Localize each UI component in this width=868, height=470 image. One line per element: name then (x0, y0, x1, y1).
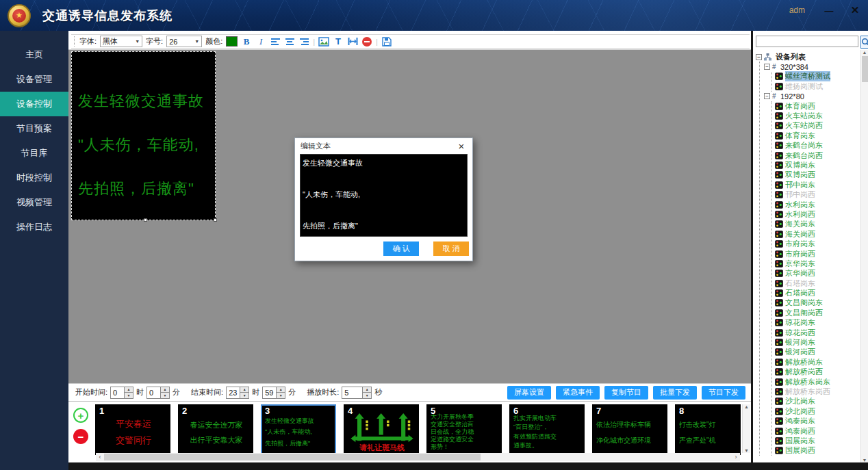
edit-canvas[interactable]: 发生轻微交通事故"人未伤，车能动,先拍照，后撤离" 编辑文本 发生轻微交通事故 … (68, 49, 751, 383)
dialog-close-icon[interactable] (456, 140, 467, 152)
spin-down-icon[interactable] (125, 393, 133, 398)
delete-button[interactable] (361, 36, 372, 47)
device-item[interactable]: 解放桥东岗西 (775, 387, 860, 396)
device-item[interactable]: 沙北岗西 (775, 406, 860, 416)
collapse-icon[interactable] (764, 64, 770, 70)
device-item[interactable]: 银河岗东 (775, 337, 860, 347)
playlist-horizontal-scrollbar[interactable] (96, 453, 740, 461)
playlist-thumbnail-4[interactable]: 4请礼让斑马线 (344, 404, 419, 455)
action-button-2[interactable]: 紧急事件 (556, 386, 600, 400)
tree-group-320*384[interactable]: #320*384 (764, 62, 860, 71)
scroll-up-icon[interactable] (744, 404, 749, 409)
device-item[interactable]: 水利岗西 (775, 209, 860, 219)
device-item[interactable]: 银河岗西 (775, 348, 860, 357)
playlist-thumbnail-6[interactable]: 6扎实开展电动车"百日整治"，有效预防道路交通事故。 (509, 404, 585, 455)
spin-down-icon[interactable] (363, 393, 371, 398)
size-select[interactable]: 26▼ (166, 36, 202, 47)
scrollbar-track[interactable] (104, 453, 732, 461)
led-screen-preview[interactable]: 发生轻微交通事故"人未伤，车能动,先拍照，后撤离" (71, 51, 216, 220)
action-button-1[interactable]: 屏幕设置 (507, 386, 551, 400)
duration-stepper[interactable]: 5 (342, 387, 372, 399)
italic-button[interactable]: I (255, 36, 266, 47)
tree-scrollbar[interactable] (860, 50, 868, 462)
device-item[interactable]: 鸿泰岗西 (775, 426, 860, 436)
cancel-button[interactable]: 取 消 (433, 241, 469, 256)
scroll-left-icon[interactable] (96, 454, 104, 460)
scroll-up-icon[interactable] (863, 50, 867, 55)
device-item[interactable]: 螺丝湾桥测试 (775, 72, 860, 81)
sidebar-item-1[interactable]: 主页 (0, 42, 68, 67)
end-hour-stepper[interactable]: 23 (226, 387, 249, 399)
device-item[interactable]: 解放桥岗东 (775, 357, 860, 367)
device-item[interactable]: 文昌阁岗东 (775, 298, 860, 308)
device-item[interactable]: 国展岗西 (775, 446, 860, 456)
action-button-4[interactable]: 批量下发 (653, 386, 697, 400)
device-item[interactable]: 京华岗西 (775, 269, 860, 278)
device-item[interactable]: 沙北岗东 (775, 397, 860, 406)
spin-up-icon[interactable] (277, 387, 285, 393)
search-button[interactable] (860, 36, 868, 49)
playlist-thumbnail-2[interactable]: 2春运安全连万家出行平安靠大家 (178, 404, 253, 455)
device-item[interactable]: 火车站岗西 (775, 121, 860, 131)
sidebar-item-2[interactable]: 设备管理 (0, 67, 68, 92)
align-center-button[interactable] (284, 36, 295, 47)
device-item[interactable]: 邗中岗东 (775, 180, 860, 190)
color-swatch[interactable] (226, 36, 238, 47)
device-item[interactable]: 来鹤台岗东 (775, 141, 860, 151)
font-select[interactable]: 黑体▼ (100, 36, 142, 47)
minimize-icon[interactable] (823, 4, 835, 16)
insert-text-button[interactable]: T (333, 36, 344, 47)
scroll-down-icon[interactable] (744, 448, 749, 453)
device-item[interactable]: 解放桥东岗东 (775, 377, 860, 387)
align-right-button[interactable] (298, 36, 309, 47)
spin-down-icon[interactable] (277, 393, 285, 398)
resize-handle[interactable] (144, 218, 147, 222)
device-item[interactable]: 国展岗东 (775, 436, 860, 445)
confirm-button[interactable]: 确 认 (383, 241, 419, 256)
device-item[interactable]: 维扬岗测试 (775, 81, 860, 91)
tree-group-192*80[interactable]: #192*80 (764, 92, 860, 101)
spin-down-icon[interactable] (240, 393, 248, 398)
start-hour-stepper[interactable]: 0 (110, 387, 133, 399)
device-item[interactable]: 琼花岗东 (775, 318, 860, 328)
device-item[interactable]: 双博岗东 (775, 160, 860, 170)
collapse-icon[interactable] (756, 54, 762, 60)
add-program-button[interactable] (73, 408, 88, 423)
end-minute-stepper[interactable]: 59 (262, 387, 285, 399)
remove-program-button[interactable] (73, 429, 88, 444)
device-item[interactable]: 市府岗西 (775, 249, 860, 259)
device-item[interactable]: 京华岗东 (775, 259, 860, 268)
action-button-5[interactable]: 节目下发 (702, 386, 745, 400)
device-item[interactable]: 海关岗西 (775, 229, 860, 239)
scrollbar-thumb[interactable] (104, 454, 481, 460)
action-button-3[interactable]: 复制节目 (604, 386, 648, 400)
device-item[interactable]: 市府岗东 (775, 239, 860, 248)
device-item[interactable]: 火车站岗东 (775, 111, 860, 120)
close-icon[interactable] (849, 4, 861, 16)
scroll-down-icon[interactable] (863, 458, 867, 462)
sidebar-item-4[interactable]: 节目预案 (0, 116, 68, 141)
spin-up-icon[interactable] (240, 387, 248, 393)
sidebar-item-6[interactable]: 时段控制 (0, 166, 68, 190)
device-item[interactable]: 石塔岗东 (775, 278, 860, 288)
device-item[interactable]: 海关岗东 (775, 220, 860, 229)
sidebar-item-8[interactable]: 操作日志 (0, 215, 68, 239)
device-item[interactable]: 双博岗西 (775, 170, 860, 180)
device-item[interactable]: 体育岗西 (775, 101, 860, 111)
device-item[interactable]: 解放桥岗西 (775, 367, 860, 377)
fit-width-button[interactable] (347, 36, 358, 47)
edit-textarea[interactable]: 发生轻微交通事故 "人未伤，车能动, 先拍照，后撤离" (300, 154, 468, 237)
sidebar-item-7[interactable]: 视频管理 (0, 190, 68, 215)
playlist-thumbnail-3[interactable]: 3发生轻微交通事故"人未伤，车能动,先拍照，后撤离" (261, 404, 336, 455)
device-item[interactable]: 水利岗东 (775, 200, 860, 209)
spin-up-icon[interactable] (125, 387, 133, 393)
device-item[interactable]: 鸿泰岗东 (775, 416, 860, 426)
playlist-thumbnail-8[interactable]: 8打击改装"灯严查严处"机 (675, 404, 741, 455)
device-item[interactable]: 邗中岗西 (775, 190, 860, 199)
scrollbar-thumb[interactable] (862, 56, 868, 82)
device-search-input[interactable] (756, 36, 858, 47)
resize-handle[interactable] (214, 218, 217, 222)
device-item[interactable]: 文昌阁岗西 (775, 308, 860, 317)
start-minute-stepper[interactable]: 0 (146, 387, 170, 399)
bold-button[interactable]: B (241, 36, 252, 47)
